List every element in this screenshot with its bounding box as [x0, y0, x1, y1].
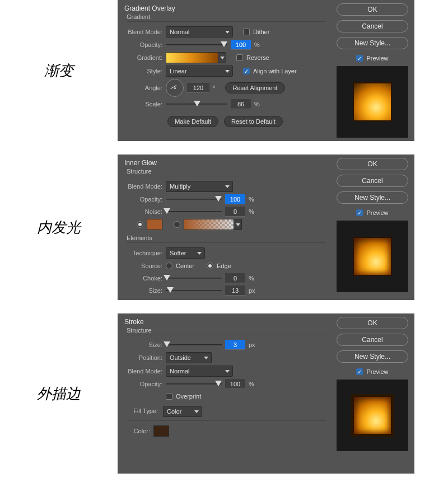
- new-style-button[interactable]: New Style...: [337, 37, 408, 49]
- cn-label-gradient: 渐变: [0, 61, 118, 81]
- label-position: Position:: [124, 354, 162, 361]
- sub-structure: Structure: [127, 168, 326, 176]
- preview-box: [337, 221, 408, 292]
- chevron-down-icon[interactable]: [234, 219, 241, 230]
- label-style: Style:: [124, 68, 162, 74]
- unit-pct: %: [254, 41, 260, 48]
- sub-elements: Elements: [127, 235, 326, 243]
- stroke-panel: Stroke Structure Size: 3 px Position: Ou…: [118, 313, 414, 474]
- reset-default-button[interactable]: Reset to Default: [224, 116, 283, 127]
- label-blend-mode-ig: Blend Mode:: [124, 183, 162, 190]
- style-select[interactable]: Linear: [166, 65, 233, 77]
- color-radio[interactable]: [137, 221, 143, 228]
- blend-mode-select-ig[interactable]: Multiply: [166, 181, 233, 192]
- cancel-button[interactable]: Cancel: [337, 334, 408, 346]
- innerglow-panel: Inner Glow Structure Blend Mode: Multipl…: [118, 154, 414, 300]
- align-checkbox[interactable]: ✓: [243, 68, 250, 74]
- source-edge-label: Edge: [217, 263, 231, 269]
- blend-mode-select-st[interactable]: Normal: [166, 366, 233, 377]
- gradient-radio[interactable]: [174, 221, 180, 228]
- size-input-ig[interactable]: 13: [225, 285, 245, 296]
- size-slider-st[interactable]: [166, 340, 222, 350]
- dither-label: Dither: [253, 29, 269, 35]
- noise-slider[interactable]: [166, 207, 222, 217]
- choke-input[interactable]: 0: [225, 273, 245, 283]
- new-style-button[interactable]: New Style...: [337, 191, 408, 204]
- ok-button[interactable]: OK: [337, 158, 408, 170]
- overprint-checkbox[interactable]: [166, 393, 172, 400]
- source-edge-radio[interactable]: [207, 263, 213, 269]
- ok-button[interactable]: OK: [337, 3, 408, 16]
- panel-title-ig: Inner Glow: [120, 158, 330, 168]
- chevron-down-icon[interactable]: [218, 53, 226, 63]
- ok-button[interactable]: OK: [337, 317, 408, 329]
- label-fill-type: Fill Type:: [127, 408, 158, 414]
- preview-checkbox[interactable]: ✓: [356, 55, 363, 62]
- dither-checkbox[interactable]: [243, 29, 250, 35]
- label-scale: Scale:: [124, 101, 162, 107]
- new-style-button[interactable]: New Style...: [337, 350, 408, 363]
- preview-checkbox[interactable]: ✓: [356, 209, 363, 216]
- scale-slider[interactable]: [166, 99, 227, 109]
- cn-label-innerglow: 内发光: [0, 218, 118, 237]
- source-center-label: Center: [176, 263, 194, 269]
- angle-input[interactable]: 120: [187, 83, 209, 93]
- technique-select[interactable]: Softer: [166, 247, 205, 259]
- preview-box: [337, 66, 408, 138]
- label-blend-mode: Blend Mode:: [124, 29, 162, 35]
- noise-input[interactable]: 0: [225, 207, 245, 217]
- gradient-picker[interactable]: [166, 52, 226, 63]
- choke-slider[interactable]: [166, 273, 222, 283]
- cancel-button[interactable]: Cancel: [337, 175, 408, 187]
- align-label: Align with Layer: [253, 68, 297, 74]
- reverse-label: Reverse: [246, 54, 269, 61]
- preview-swatch: [353, 237, 392, 276]
- label-color-st: Color:: [124, 428, 150, 434]
- label-opacity-ig: Opacity:: [124, 196, 162, 203]
- preview-checkbox[interactable]: ✓: [356, 368, 363, 375]
- label-technique: Technique:: [124, 250, 162, 256]
- blend-mode-select[interactable]: Normal: [166, 26, 233, 38]
- opacity-input-st[interactable]: 100: [225, 379, 245, 389]
- opacity-input-ig[interactable]: 100: [225, 194, 245, 204]
- panel-title-stroke: Stroke: [120, 317, 330, 327]
- cn-label-stroke: 外描边: [0, 384, 118, 404]
- unit-deg: °: [213, 85, 215, 91]
- label-gradient: Gradient:: [124, 54, 162, 61]
- label-blend-mode-st: Blend Mode:: [124, 368, 162, 374]
- stroke-color-swatch[interactable]: [153, 425, 169, 437]
- fill-type-select[interactable]: Color: [163, 406, 202, 417]
- unit-pct2: %: [254, 101, 260, 107]
- make-default-button[interactable]: Make Default: [167, 116, 218, 127]
- overprint-label: Overprint: [176, 393, 201, 400]
- label-size-st: Size:: [124, 341, 162, 348]
- glow-gradient-picker[interactable]: [184, 219, 242, 230]
- opacity-slider-st[interactable]: [166, 379, 222, 389]
- opacity-input[interactable]: 100: [231, 40, 251, 50]
- label-size-ig: Size:: [124, 287, 162, 294]
- reverse-checkbox[interactable]: [236, 54, 243, 61]
- label-opacity: Opacity:: [124, 41, 162, 48]
- scale-input[interactable]: 86: [231, 99, 251, 109]
- opacity-slider[interactable]: [166, 40, 227, 50]
- label-source: Source:: [124, 263, 162, 269]
- preview-label: Preview: [366, 55, 388, 62]
- source-center-radio[interactable]: [166, 263, 172, 269]
- size-slider-ig[interactable]: [166, 285, 222, 296]
- label-noise: Noise:: [124, 208, 162, 215]
- label-choke: Choke:: [124, 275, 162, 282]
- angle-dial[interactable]: [166, 79, 184, 97]
- preview-swatch: [353, 82, 392, 121]
- position-select[interactable]: Outside: [166, 352, 212, 363]
- panel-title: Gradient Overlay: [120, 3, 330, 13]
- label-angle: Angle:: [124, 85, 162, 91]
- preview-label: Preview: [366, 368, 388, 375]
- preview-box: [337, 380, 408, 451]
- reset-alignment-button[interactable]: Reset Alignment: [225, 82, 284, 93]
- preview-swatch: [353, 396, 392, 435]
- size-input-st[interactable]: 3: [225, 340, 245, 350]
- glow-color-swatch[interactable]: [147, 219, 162, 230]
- sub-title-gradient: Gradient: [127, 13, 326, 22]
- opacity-slider-ig[interactable]: [166, 194, 222, 204]
- cancel-button[interactable]: Cancel: [337, 20, 408, 32]
